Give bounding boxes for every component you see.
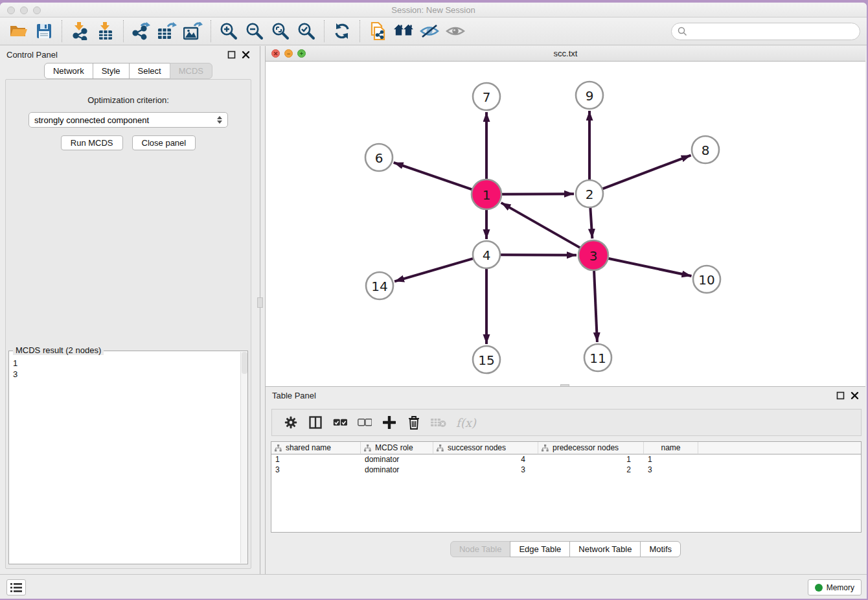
column-header-name[interactable]: name (644, 442, 698, 454)
table-tab-motifs[interactable]: Motifs (640, 541, 681, 557)
criterion-value: strongly connected component (34, 115, 149, 125)
graph-edge-1-2[interactable] (501, 194, 574, 194)
zoom-selected-icon[interactable] (297, 21, 316, 41)
table-cell[interactable]: 3 (644, 465, 698, 476)
save-icon[interactable] (34, 21, 54, 41)
tab-select[interactable]: Select (129, 63, 170, 79)
graph-node-11[interactable]: 11 (584, 344, 611, 371)
network-canvas[interactable]: 7968124314101511 (266, 62, 865, 386)
graph-node-2[interactable]: 2 (576, 180, 603, 207)
table-row[interactable]: 1dominator411 (271, 455, 861, 465)
tab-network[interactable]: Network (44, 63, 93, 79)
graph-node-label: 3 (589, 248, 598, 264)
float-table-panel-button[interactable] (836, 391, 845, 400)
tab-style[interactable]: Style (93, 63, 130, 79)
table-cell[interactable]: dominator (361, 455, 433, 465)
result-scrollbar[interactable] (240, 352, 247, 563)
table-cell[interactable]: 3 (433, 465, 538, 476)
table-tab-node-table[interactable]: Node Table (450, 541, 511, 557)
mcds-panel: Optimization criterion: strongly connect… (5, 79, 251, 569)
column-header-predecessor-nodes[interactable]: predecessor nodes (538, 442, 644, 454)
graph-edge-1-6[interactable] (394, 163, 473, 190)
table-cell[interactable]: 1 (644, 455, 698, 465)
graph-node-label: 11 (589, 351, 606, 366)
list-icon (10, 583, 22, 592)
task-list-button[interactable] (6, 579, 26, 595)
graph-node-15[interactable]: 15 (473, 346, 500, 373)
graph-edge-2-8[interactable] (602, 156, 691, 189)
table-cell[interactable]: 2 (538, 465, 644, 476)
zoom-fit-icon[interactable] (271, 21, 290, 41)
close-panel-button[interactable] (242, 51, 250, 59)
panel-splitter[interactable] (257, 46, 265, 574)
export-image-icon[interactable] (183, 21, 203, 41)
column-header-MCDS-role[interactable]: MCDS role (361, 442, 433, 454)
graph-node-label: 9 (586, 88, 594, 104)
memory-button[interactable]: Memory (808, 579, 862, 595)
columns-icon[interactable] (307, 414, 324, 431)
search-icon (678, 27, 687, 36)
toolbar-separator (324, 20, 325, 42)
graph-node-label: 14 (371, 279, 387, 294)
search-input[interactable] (687, 27, 860, 36)
graph-edge-3-11[interactable] (594, 270, 597, 342)
graph-edge-4-3[interactable] (500, 255, 577, 255)
export-network-icon[interactable] (131, 21, 151, 41)
criterion-dropdown[interactable]: strongly connected component (29, 112, 228, 128)
float-panel-button[interactable] (227, 51, 236, 59)
checkbox-unchecked-icon[interactable] (356, 414, 373, 431)
graph-node-3[interactable]: 3 (578, 240, 608, 270)
table-cell[interactable]: 4 (433, 455, 538, 465)
graph-node-7[interactable]: 7 (473, 83, 500, 110)
search-field[interactable] (671, 23, 860, 40)
gear-icon[interactable] (282, 414, 299, 431)
control-panel-title: Control Panel (6, 50, 58, 60)
toolbar-separator (360, 20, 360, 42)
tab-mcds[interactable]: MCDS (170, 63, 212, 79)
graph-node-label: 6 (375, 150, 383, 166)
import-network-icon[interactable] (70, 21, 89, 41)
table-tab-edge-table[interactable]: Edge Table (510, 541, 570, 557)
column-header-shared-name[interactable]: shared name (271, 442, 361, 454)
application-window: Session: New Session (0, 3, 867, 599)
mcds-result-list[interactable]: 1 3 (9, 351, 247, 380)
export-table-icon[interactable] (157, 21, 177, 41)
graph-edge-3-10[interactable] (608, 259, 692, 276)
trash-icon[interactable] (405, 414, 422, 431)
splitter-grip[interactable] (257, 297, 263, 308)
table-cell[interactable]: 1 (538, 455, 644, 465)
plus-icon[interactable] (381, 414, 398, 431)
graph-node-4[interactable]: 4 (473, 241, 500, 268)
graph-node-6[interactable]: 6 (365, 144, 393, 171)
graph-node-8[interactable]: 8 (692, 136, 719, 163)
checkbox-checked-icon[interactable] (332, 414, 348, 431)
table-cell[interactable]: dominator (361, 465, 433, 476)
folder-open-icon[interactable] (8, 21, 28, 41)
houses-icon[interactable] (394, 21, 413, 41)
graph-node-label: 10 (698, 272, 714, 288)
graph-node-14[interactable]: 14 (366, 272, 393, 299)
graph-edge-2-3[interactable] (590, 207, 592, 238)
column-header-successor-nodes[interactable]: successor nodes (433, 442, 538, 454)
import-table-icon[interactable] (96, 21, 115, 41)
table-cell[interactable]: 1 (271, 455, 361, 465)
network-window-title: scc.txt (266, 49, 865, 58)
zoom-out-icon[interactable] (245, 21, 264, 41)
close-panel-button[interactable]: Close panel (132, 135, 196, 150)
graph-edge-4-14[interactable] (394, 259, 474, 281)
graph-edge-3-1[interactable] (501, 203, 580, 248)
zoom-in-icon[interactable] (219, 21, 238, 41)
memory-status-icon (815, 584, 823, 592)
eye-slash-icon[interactable] (420, 21, 439, 41)
run-mcds-button[interactable]: Run MCDS (61, 135, 123, 150)
refresh-icon[interactable] (332, 21, 352, 41)
graph-node-1[interactable]: 1 (472, 179, 501, 209)
graph-node-10[interactable]: 10 (693, 266, 720, 293)
table-cell[interactable]: 3 (271, 465, 361, 476)
eye-icon[interactable] (446, 21, 465, 41)
close-table-panel-button[interactable] (851, 391, 859, 400)
table-tab-network-table[interactable]: Network Table (569, 541, 641, 557)
copy-network-icon[interactable] (368, 21, 387, 41)
graph-node-9[interactable]: 9 (576, 82, 603, 109)
table-row[interactable]: 3dominator323 (271, 465, 861, 476)
